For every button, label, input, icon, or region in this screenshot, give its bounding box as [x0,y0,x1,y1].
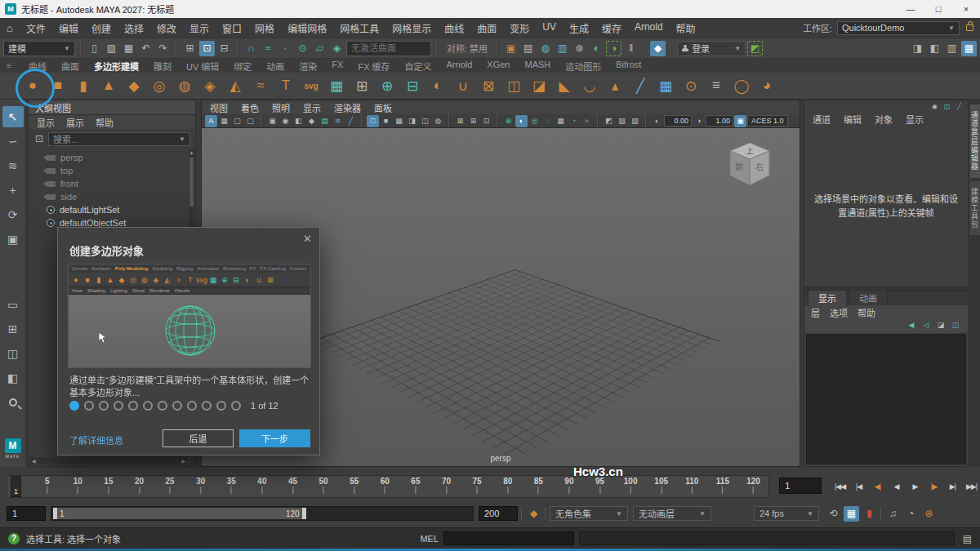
undo-icon[interactable]: ↶ [138,41,154,56]
current-frame-field[interactable]: 1 [779,478,822,494]
textured-icon[interactable]: ▩ [393,115,405,127]
channel-menu-1[interactable]: 编辑 [844,113,862,126]
layer-menu-0[interactable]: 层 [811,306,820,319]
whats-new-icon[interactable]: ◩ [747,41,763,56]
colorspace-chip[interactable]: ACES 1.0 [747,115,788,127]
shelf-tab-10[interactable]: 自定义 [398,60,439,73]
single-pane-layout-icon[interactable]: ▭ [2,294,24,315]
menu-6[interactable]: 窗口 [216,21,248,35]
layer-list[interactable] [806,334,966,464]
step-back-key-button[interactable]: ◀| [869,479,886,494]
page-dot-5[interactable] [128,401,138,411]
menu-1[interactable]: 编辑 [52,21,85,35]
wireframe-icon[interactable]: □ [367,115,379,127]
scroll-right-icon[interactable]: ▶ [181,458,185,464]
sidebar-vertical-tab-0[interactable]: 通道盒/层编辑器 [970,104,980,178]
pan-zoom-icon[interactable]: ≋ [332,115,344,127]
menu-15[interactable]: 生成 [563,21,595,35]
time-slider-ruler[interactable]: 1 51015202530354045505560657075808590951… [7,475,769,498]
home-icon[interactable]: ⌂ [0,22,20,34]
go-to-end-button[interactable]: ▶▶| [963,479,980,494]
new-layer-icon[interactable]: ◪ [935,319,947,331]
separate-icon[interactable]: ⊠ [477,74,500,97]
shelf-tab-11[interactable]: Arnold [439,60,480,73]
extrude-icon[interactable]: ▴ [604,74,626,97]
clip-editor-icon[interactable]: ▦ [844,506,859,522]
animation-start-field[interactable]: 1 [7,506,46,521]
shelf-tab-9[interactable]: FX 缓存 [350,60,397,73]
select-tool-icon[interactable]: ↖ [2,106,24,127]
menu-set-select[interactable]: 建模 ▼ [3,41,75,56]
cache-playback-icon[interactable]: ▮ [862,506,877,522]
paint-select-tool-icon[interactable]: ≋ [2,155,24,176]
bevel-icon[interactable]: ◣ [553,74,576,97]
set-key-character-icon[interactable]: ◆ [526,506,541,522]
page-dot-3[interactable] [99,401,109,411]
camera-attributes-icon[interactable]: ◧ [292,115,305,127]
page-dot-9[interactable] [187,401,197,411]
render-settings-icon[interactable]: ⊛ [572,41,587,56]
close-button[interactable]: × [952,0,980,18]
legacy-renderer-icon[interactable]: ▦ [218,115,230,127]
gamma-icon[interactable]: ◑ [693,115,705,127]
layer-tab-1[interactable]: 动画 [849,290,888,305]
gamma-field[interactable]: 1.00 [706,115,733,127]
xray-icon[interactable]: ▨ [616,115,628,127]
gate-mask-icon[interactable]: ⊡ [480,115,492,127]
locator-icon[interactable]: ⊕ [376,74,399,97]
layer-menu-2[interactable]: 帮助 [858,306,875,319]
outliner-menu-1[interactable]: 展示 [66,116,84,129]
maximize-button[interactable]: □ [924,0,952,18]
make-live-icon[interactable]: ◈ [329,41,345,56]
lasso-tool-icon[interactable]: ∽ [2,131,24,152]
layer-visibility-icon[interactable]: ◀ [906,319,917,331]
light-editor-icon[interactable]: ◑ [606,41,621,56]
menu-3[interactable]: 选择 [118,21,150,35]
default-material-icon[interactable]: ◍ [432,115,444,127]
viewport-menu-5[interactable]: 面板 [374,101,392,114]
poly-cube-icon[interactable]: ■ [82,275,92,285]
camera-lock-icon[interactable]: ◉ [279,115,292,127]
channel-box-toggle-icon[interactable]: ▥ [944,41,960,56]
attribute-editor-toggle-icon[interactable]: ◨ [910,41,925,56]
render-frame-icon[interactable]: ▤ [520,41,536,56]
camera-icon[interactable]: ▣ [266,115,278,127]
learn-more-link[interactable]: 了解详细信息 [69,433,123,447]
poly-cone-icon[interactable]: ▲ [97,74,120,97]
outliner-item-persp[interactable]: persp [47,151,189,164]
scroll-up-icon[interactable]: ▲ [189,149,194,156]
shadows-icon[interactable]: ◐ [515,115,528,127]
outliner-search-input[interactable]: 搜索... ▼ [48,132,190,146]
page-dot-12[interactable] [231,401,241,411]
channel-edit-icon[interactable]: ╱ [954,101,964,111]
select-object-icon[interactable]: ⊡ [199,41,215,56]
target-weld-icon[interactable]: ⊙ [679,74,702,97]
platonic-solid-icon[interactable]: ◈ [198,74,221,97]
pause-icon[interactable]: ‖ [623,41,639,56]
film-gate-icon[interactable]: ⊠ [454,115,466,127]
view-cube[interactable]: 上 前 右 [726,140,773,190]
motion-blur-icon[interactable]: ◌ [541,115,554,127]
sign-in-select[interactable]: 登录 ▼ [677,41,746,56]
menu-13[interactable]: 变形 [503,21,536,35]
grease-pencil-icon[interactable]: ╱ [345,115,357,127]
scale-tool-icon[interactable]: ▣ [2,229,24,250]
measure-icon[interactable]: ⊟ [401,74,424,97]
construction-grid-icon[interactable]: ▦ [325,74,348,97]
menu-11[interactable]: 曲线 [438,21,470,35]
smooth-shade-icon[interactable]: ■ [380,115,392,127]
symmetry-field[interactable]: 对称: 禁用 [443,41,492,56]
menu-12[interactable]: 曲面 [470,21,503,35]
outliner-horizontal-scrollbar[interactable]: ◀▶ [30,457,187,464]
wireframe-on-shaded-icon[interactable]: ◫ [419,115,431,127]
outliner-menu-2[interactable]: 帮助 [96,116,114,129]
sweep-mesh-icon[interactable]: ◭ [163,275,172,285]
snap-curve-icon[interactable]: ≈ [261,41,276,56]
poly-torus-icon[interactable]: ◎ [128,275,138,285]
mel-label[interactable]: MEL [420,534,439,544]
construction-grid-icon[interactable]: ▦ [208,275,218,285]
outliner-item-top[interactable]: top [47,164,189,177]
animation-end-field[interactable]: 200 [479,506,518,521]
poly-cone-icon[interactable]: ▲ [105,275,115,285]
ipr-render-icon[interactable]: ◍ [537,41,553,56]
